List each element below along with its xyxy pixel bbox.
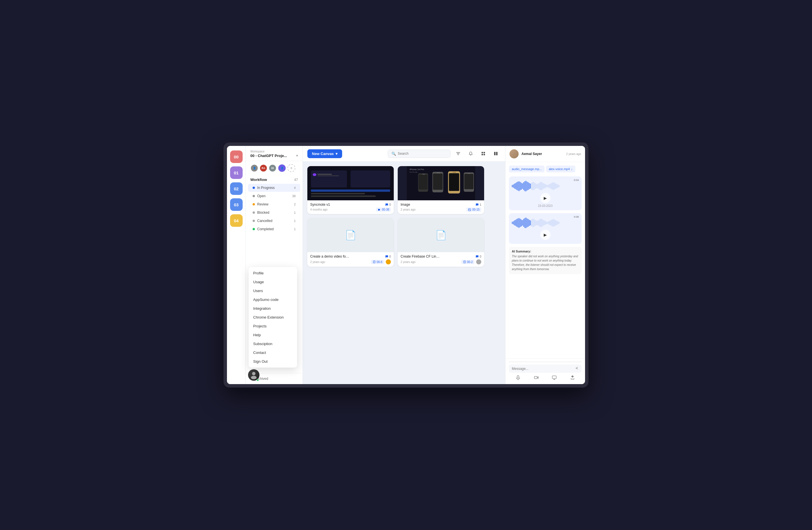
menu-item-chrome-extension[interactable]: Chrome Extension bbox=[249, 313, 297, 322]
chat-send-button[interactable] bbox=[575, 366, 579, 371]
chat-action-buttons bbox=[509, 375, 582, 381]
svg-text:iPhone 14 Pro: iPhone 14 Pro bbox=[410, 168, 424, 171]
ai-summary-text: The speaker did not work on anything yes… bbox=[512, 254, 579, 271]
menu-item-help[interactable]: Help bbox=[249, 330, 297, 339]
canvas-card-image[interactable]: iPhone 14 Pro Our Pro Life... bbox=[398, 166, 484, 214]
svg-rect-5 bbox=[483, 154, 485, 155]
grid-view-button[interactable] bbox=[478, 149, 488, 159]
canvas-area: Syncmote v1 0 4 months ago bbox=[303, 162, 505, 384]
menu-item-users[interactable]: Users bbox=[249, 286, 297, 295]
bell-icon bbox=[468, 151, 473, 156]
image-icon bbox=[468, 208, 471, 211]
add-member-button[interactable]: + bbox=[287, 164, 295, 172]
svg-rect-10 bbox=[351, 171, 390, 188]
workflow-header: Workflow 47 bbox=[246, 175, 303, 183]
card-meta-firebase: 2 years ago 00-2 bbox=[401, 259, 481, 264]
avatar-1[interactable]: 👤 bbox=[250, 164, 258, 172]
icon-badge-03[interactable]: 03 bbox=[230, 198, 243, 211]
search-box[interactable]: 🔍 bbox=[388, 150, 450, 158]
status-blocked[interactable]: Blocked 1 bbox=[248, 209, 300, 217]
menu-item-signout[interactable]: Sign Out bbox=[249, 357, 297, 366]
ai-summary-title: AI Summary: bbox=[512, 250, 579, 253]
syncmote-thumbnail-image bbox=[307, 166, 394, 200]
status-dot-cancelled bbox=[252, 220, 255, 222]
new-canvas-button[interactable]: New Canvas ▾ bbox=[307, 149, 342, 158]
main-content: New Canvas ▾ 🔍 bbox=[303, 146, 505, 384]
send-icon bbox=[575, 366, 579, 370]
card-title-demo: Create a demo video for PH la... bbox=[310, 254, 350, 259]
chat-header-time: 2 years ago bbox=[566, 152, 581, 156]
monitor-icon bbox=[552, 375, 557, 380]
menu-item-projects[interactable]: Projects bbox=[249, 322, 297, 330]
icon-badge-01[interactable]: 01 bbox=[230, 166, 243, 179]
menu-item-appsumo[interactable]: AppSumo code bbox=[249, 295, 297, 304]
play-button-1[interactable]: ▶ bbox=[540, 193, 551, 203]
workspace-name[interactable]: 00 - ChatGPT Proje... ▾ bbox=[250, 153, 298, 158]
list-view-button[interactable] bbox=[491, 149, 501, 159]
chat-file-alex-voice[interactable]: alex-voice.mp4 ↓ bbox=[546, 165, 575, 172]
status-review[interactable]: Review 2 bbox=[248, 200, 300, 208]
status-open[interactable]: Open 38 bbox=[248, 192, 300, 200]
video-camera-icon bbox=[534, 375, 539, 380]
menu-item-contact[interactable]: Contact bbox=[249, 348, 297, 357]
doc-icon-1: 📄 bbox=[345, 230, 357, 240]
comment-count-demo: 0 bbox=[389, 255, 391, 258]
card-meta-demo: 2 years ago 00-6 bbox=[310, 259, 391, 264]
status-count-completed: 1 bbox=[294, 227, 296, 231]
workspace-label: Workspace bbox=[250, 150, 298, 153]
card-comment-image: 1 bbox=[475, 203, 481, 206]
card-time-syncmote: 4 months ago bbox=[310, 208, 328, 211]
play-button-2[interactable]: ▶ bbox=[540, 230, 551, 240]
svg-rect-33 bbox=[468, 173, 470, 174]
status-label-in-progress: In Progress bbox=[257, 186, 275, 190]
notification-button[interactable] bbox=[466, 149, 476, 159]
icon-badge-00[interactable]: 00 bbox=[230, 150, 243, 163]
avatar-2[interactable]: RA bbox=[259, 164, 267, 172]
share-icon bbox=[570, 375, 575, 380]
menu-item-profile[interactable]: Profile bbox=[249, 269, 297, 278]
waveform-2 bbox=[512, 217, 579, 229]
screen-button[interactable] bbox=[552, 375, 557, 381]
chat-file-audio-message[interactable]: audio_message.mp... bbox=[509, 165, 545, 172]
video-icon bbox=[378, 208, 381, 211]
mic-button[interactable] bbox=[516, 375, 521, 381]
status-cancelled[interactable]: Cancelled 1 bbox=[248, 217, 300, 225]
menu-item-integration[interactable]: Integration bbox=[249, 304, 297, 313]
svg-rect-29 bbox=[449, 173, 459, 191]
status-count-open: 38 bbox=[292, 194, 296, 198]
card-title-row-demo: Create a demo video for PH la... 0 bbox=[310, 254, 391, 259]
svg-marker-18 bbox=[380, 209, 380, 210]
svg-point-14 bbox=[313, 173, 317, 176]
menu-item-usage[interactable]: Usage bbox=[249, 278, 297, 286]
share-button[interactable] bbox=[570, 375, 575, 381]
svg-rect-9 bbox=[311, 171, 347, 188]
filter-button[interactable] bbox=[453, 149, 463, 159]
canvas-card-syncmote[interactable]: Syncmote v1 0 4 months ago bbox=[307, 166, 394, 214]
search-input[interactable] bbox=[398, 151, 447, 156]
icon-badge-04[interactable]: 04 bbox=[230, 214, 243, 227]
svg-rect-41 bbox=[552, 376, 556, 379]
menu-item-subscription[interactable]: Subsciption bbox=[249, 339, 297, 348]
icon-badge-02[interactable]: 02 bbox=[230, 182, 243, 195]
workflow-count: 47 bbox=[294, 178, 298, 182]
avatar-3[interactable]: DI bbox=[269, 164, 277, 172]
card-meta-image: 2 years ago 00-15 bbox=[401, 207, 481, 212]
svg-rect-4 bbox=[481, 154, 483, 155]
audio-player-1: 0:04 ▶ 23-03-2023 bbox=[509, 176, 582, 210]
canvas-card-demo-video[interactable]: 📄 Create a demo video for PH la... 0 bbox=[307, 218, 394, 267]
status-completed[interactable]: Completed 1 bbox=[248, 225, 300, 233]
chat-message-input[interactable] bbox=[512, 367, 575, 371]
status-in-progress[interactable]: In Progress 4 bbox=[248, 184, 300, 192]
comment-icon-2 bbox=[475, 203, 479, 206]
icon-bar: 00 01 02 03 04 bbox=[227, 146, 246, 384]
chat-messages: audio_message.mp... alex-voice.mp4 ↓ 0:0… bbox=[506, 162, 585, 358]
svg-rect-15 bbox=[317, 174, 332, 175]
status-label-blocked: Blocked bbox=[257, 210, 270, 215]
canvas-card-firebase[interactable]: 📄 Create Firebase CF LinkedIn p... 0 bbox=[398, 218, 484, 267]
progress-bar bbox=[509, 362, 582, 362]
video-button[interactable] bbox=[534, 375, 539, 381]
iphone-thumbnail: iPhone 14 Pro Our Pro Life... bbox=[398, 166, 484, 200]
card-avatar-firebase bbox=[476, 259, 481, 264]
avatar-4[interactable]: 👤 bbox=[278, 164, 286, 172]
status-dot-blocked bbox=[252, 211, 255, 214]
